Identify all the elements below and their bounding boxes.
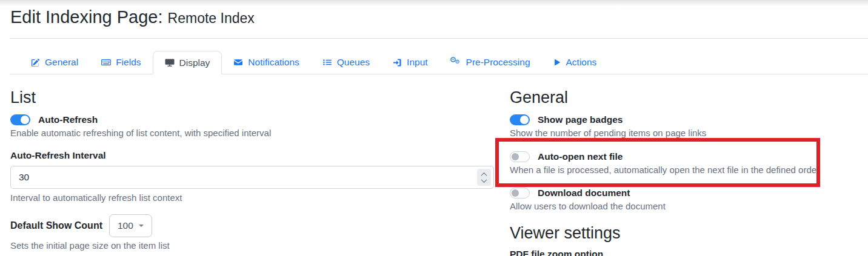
- toggle-knob: [21, 116, 29, 124]
- number-stepper[interactable]: [477, 169, 491, 186]
- default-show-count-row: Default Show Count 100: [10, 214, 494, 237]
- tab-actions-label: Actions: [566, 57, 597, 68]
- chevron-down-icon[interactable]: [481, 177, 487, 183]
- envelope-icon: [233, 58, 243, 67]
- tab-notifications[interactable]: Notifications: [222, 51, 310, 74]
- tab-fields[interactable]: Fields: [90, 51, 152, 74]
- tab-queues-label: Queues: [337, 57, 370, 68]
- tab-actions[interactable]: Actions: [542, 51, 609, 74]
- display-icon: [165, 58, 175, 67]
- tab-queues[interactable]: Queues: [311, 51, 381, 74]
- tab-notifications-label: Notifications: [248, 57, 299, 68]
- default-show-count-help: Sets the initial page size on the item l…: [10, 240, 494, 251]
- play-icon: [553, 58, 561, 67]
- viewer-settings-heading: Viewer settings: [510, 224, 860, 243]
- list-settings-column: List Auto-Refresh Enable automatic refre…: [10, 88, 494, 251]
- header-divider: [10, 38, 868, 39]
- toggle-knob: [512, 153, 519, 160]
- auto-refresh-interval-input[interactable]: [10, 166, 494, 189]
- default-show-count-label: Default Show Count: [10, 220, 102, 231]
- keyboard-icon: [101, 57, 111, 67]
- page-title-subtitle: Remote Index: [168, 10, 255, 26]
- default-show-count-dropdown[interactable]: 100: [109, 214, 152, 237]
- tab-input[interactable]: Input: [381, 51, 439, 74]
- auto-refresh-interval-help: Interval to automatically refresh list c…: [10, 192, 494, 203]
- auto-refresh-interval-field: [10, 166, 494, 189]
- toggle-knob: [512, 189, 519, 197]
- auto-open-next-file-group: Auto-open next file When a file is proce…: [510, 151, 860, 176]
- tab-display[interactable]: Display: [153, 51, 222, 74]
- auto-refresh-help: Enable automatic refreshing of list cont…: [10, 128, 494, 139]
- download-document-label: Download document: [538, 188, 630, 199]
- general-section-heading: General: [510, 88, 860, 107]
- auto-open-next-file-row: Auto-open next file: [510, 151, 860, 162]
- page-title-main: Edit Indexing Page:: [10, 7, 163, 27]
- edit-icon: [31, 58, 40, 67]
- sign-in-icon: [393, 58, 402, 67]
- auto-refresh-interval-label: Auto-Refresh Interval: [10, 150, 494, 161]
- download-document-help: Allow users to download the document: [510, 201, 860, 212]
- auto-open-next-file-toggle[interactable]: [510, 151, 530, 162]
- auto-refresh-row: Auto-Refresh: [10, 114, 494, 125]
- tab-input-label: Input: [407, 57, 427, 68]
- page-title: Edit Indexing Page: Remote Index: [10, 7, 255, 27]
- list-icon: [322, 58, 332, 67]
- show-page-badges-help: Show the number of pending items on page…: [510, 128, 860, 139]
- download-document-row: Download document: [510, 188, 860, 199]
- top-shadow-strip: [0, 0, 868, 6]
- tab-fields-label: Fields: [116, 57, 141, 68]
- show-page-badges-toggle[interactable]: [510, 114, 530, 125]
- general-settings-column: General Show page badges Show the number…: [510, 88, 860, 256]
- toggle-knob: [520, 116, 529, 124]
- list-section-heading: List: [10, 88, 494, 107]
- download-document-toggle[interactable]: [510, 188, 530, 199]
- auto-refresh-label: Auto-Refresh: [38, 114, 98, 125]
- caret-down-icon: [139, 225, 144, 227]
- tab-bar: General Fields Display Notifications Que…: [10, 51, 868, 74]
- tab-general[interactable]: General: [19, 51, 90, 74]
- tab-pre-processing[interactable]: ⚙⚙ Pre-Processing: [439, 51, 542, 74]
- auto-open-next-file-help: When a file is processed, automatically …: [510, 165, 860, 176]
- show-page-badges-row: Show page badges: [510, 114, 860, 125]
- show-page-badges-label: Show page badges: [538, 114, 623, 125]
- tab-general-label: General: [45, 57, 78, 68]
- auto-open-next-file-label: Auto-open next file: [538, 151, 623, 162]
- tab-pre-processing-label: Pre-Processing: [466, 57, 530, 68]
- auto-refresh-toggle[interactable]: [10, 114, 30, 125]
- default-show-count-value: 100: [118, 220, 133, 231]
- pdf-file-zoom-option-label: PDF file zoom option: [510, 249, 860, 256]
- gears-icon: ⚙⚙: [451, 57, 461, 67]
- download-document-group: Download document Allow users to downloa…: [510, 188, 860, 212]
- tab-display-label: Display: [179, 57, 210, 68]
